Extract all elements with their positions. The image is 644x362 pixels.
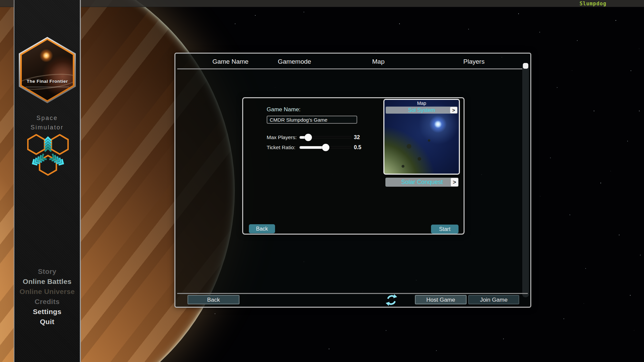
ticket-ratio-label: Ticket Ratio:	[267, 144, 296, 150]
dialog-back-button[interactable]: Back	[249, 224, 275, 233]
server-browser-panel: Game Name Gamemode Map Players Back Host…	[174, 53, 531, 308]
game-name-input[interactable]	[267, 116, 357, 124]
map-panel-title: Map	[384, 101, 459, 106]
column-header-gamemode: Gamemode	[278, 58, 311, 65]
slider-handle[interactable]	[322, 144, 329, 151]
map-preview: Map Sol System >	[383, 99, 460, 175]
ticket-ratio-value: 0.5	[354, 144, 361, 150]
back-button[interactable]: Back	[187, 295, 239, 304]
footer-divider	[177, 293, 528, 294]
column-header-game-name: Game Name	[212, 58, 249, 65]
menu-item-story[interactable]: Story	[14, 266, 80, 277]
subtitle-simulator: Simulator	[14, 124, 80, 131]
next-gamemode-icon[interactable]: >	[451, 178, 458, 186]
column-header-map: Map	[372, 58, 385, 65]
menu-item-settings[interactable]: Settings	[14, 307, 80, 317]
gamemode-selector[interactable]: Solar Conquest >	[385, 178, 459, 187]
max-players-slider[interactable]	[300, 133, 352, 142]
refresh-icon[interactable]	[385, 294, 398, 306]
logo-title: The Final Frontier	[19, 79, 76, 84]
hex-cluster-icon	[27, 134, 69, 176]
max-players-label: Max Players:	[267, 134, 297, 140]
menu-item-credits[interactable]: Credits	[14, 297, 80, 307]
subtitle-space: Space	[14, 115, 80, 122]
map-selector[interactable]: Sol System >	[386, 107, 458, 114]
max-players-value: 32	[354, 134, 360, 140]
server-list-scrollbar[interactable]	[522, 63, 529, 297]
host-game-button[interactable]: Host Game	[415, 295, 467, 304]
logo-underline	[25, 87, 69, 87]
column-header-players: Players	[463, 58, 484, 65]
main-menu: Story Online Battles Online Universe Cre…	[14, 266, 80, 327]
top-status-bar: Slumpdog	[0, 0, 644, 7]
menu-item-quit[interactable]: Quit	[14, 317, 80, 327]
game-name-label: Game Name:	[267, 106, 301, 113]
start-button[interactable]: Start	[431, 225, 459, 234]
header-divider	[177, 68, 528, 69]
slider-fill	[300, 146, 326, 149]
scrollbar-thumb[interactable]	[523, 63, 528, 69]
join-game-button[interactable]: Join Game	[468, 295, 519, 304]
host-game-dialog: Game Name: Max Players: 32 Ticket Ratio:	[242, 97, 465, 235]
ticket-ratio-slider[interactable]	[300, 143, 352, 152]
selected-gamemode-name: Solar Conquest	[385, 178, 459, 187]
max-players-row: Max Players: 32	[267, 133, 401, 142]
game-logo: The Final Frontier	[19, 37, 76, 103]
menu-item-online-universe[interactable]: Online Universe	[14, 287, 80, 297]
logged-in-username: Slumpdog	[580, 1, 606, 7]
menu-item-online-battles[interactable]: Online Battles	[14, 277, 80, 287]
slider-handle[interactable]	[305, 134, 312, 141]
ticket-ratio-row: Ticket Ratio: 0.5	[267, 143, 401, 152]
game-screen: Slumpdog The Final Frontier Space Simula…	[0, 0, 644, 362]
main-menu-sidebar: The Final Frontier Space Simulator	[14, 0, 81, 362]
next-map-icon[interactable]: >	[450, 107, 457, 113]
selected-map-name: Sol System	[386, 107, 458, 114]
